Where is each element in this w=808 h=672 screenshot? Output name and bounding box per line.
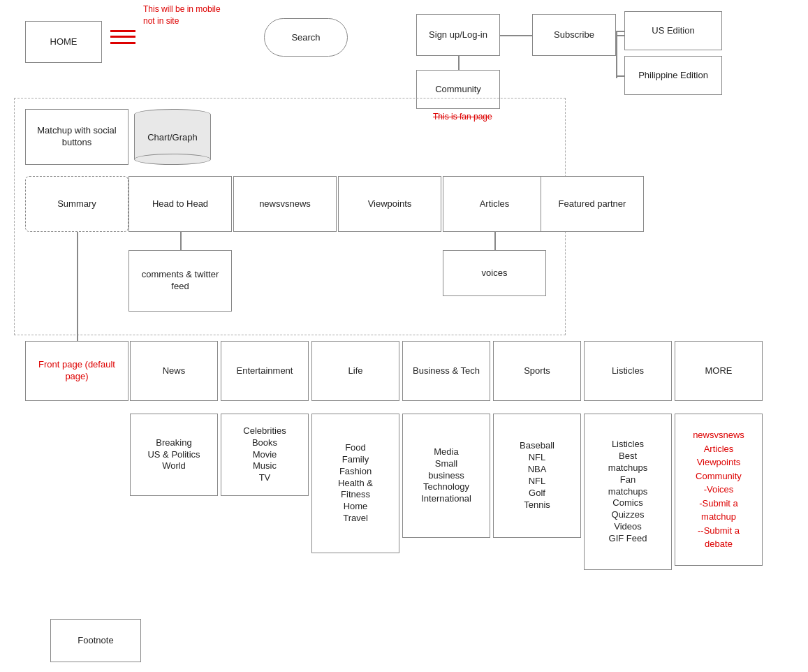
chart-cylinder[interactable]: Chart/Graph [134, 109, 211, 165]
life-box[interactable]: Life [311, 341, 399, 401]
subscribe-box[interactable]: Subscribe [532, 14, 616, 56]
matchup-box[interactable]: Matchup with social buttons [25, 109, 128, 165]
life-sub-box[interactable]: Food Family Fashion Health & Fitness Hom… [311, 414, 399, 553]
celebrities-sub-box[interactable]: Celebrities Books Movie Music TV [221, 414, 309, 496]
search-box[interactable]: Search [264, 18, 348, 57]
articles-box[interactable]: Articles [443, 176, 546, 232]
front-page-box[interactable]: Front page (default page) [25, 341, 128, 401]
business-tech-box[interactable]: Business & Tech [402, 341, 490, 401]
footnote-box: Footnote [50, 619, 141, 662]
sports-sub-box[interactable]: Baseball NFL NBA NFL Golf Tennis [493, 414, 581, 538]
summary-box[interactable]: Summary [25, 176, 128, 232]
home-box[interactable]: HOME [25, 21, 102, 63]
breaking-sub-box[interactable]: Breaking US & Politics World [130, 414, 218, 496]
sports-box[interactable]: Sports [493, 341, 581, 401]
featured-partner-box[interactable]: Featured partner [541, 176, 644, 232]
news-box[interactable]: News [130, 341, 218, 401]
head-to-head-box[interactable]: Head to Head [128, 176, 232, 232]
listicles-box[interactable]: Listicles [584, 341, 672, 401]
more-sub-box[interactable]: newsvsnews Articles Viewpoints Community… [675, 414, 763, 566]
signup-box[interactable]: Sign up/Log-in [416, 14, 500, 56]
comments-box[interactable]: comments & twitter feed [128, 250, 232, 312]
listicles-sub-box[interactable]: Listicles Best matchups Fan matchups Com… [584, 414, 672, 570]
diagram: HOME This will be in mobilenot in site S… [0, 0, 808, 672]
more-box[interactable]: MORE [675, 341, 763, 401]
voices-box[interactable]: voices [443, 250, 546, 296]
philippine-edition-box[interactable]: Philippine Edition [624, 56, 722, 95]
viewpoints-box[interactable]: Viewpoints [338, 176, 441, 232]
newsvsnews-box[interactable]: newsvsnews [233, 176, 337, 232]
media-sub-box[interactable]: Media Small business Technology Internat… [402, 414, 490, 538]
entertainment-box[interactable]: Entertainment [221, 341, 309, 401]
hamburger-icon[interactable] [110, 27, 138, 48]
mobile-note: This will be in mobilenot in site [143, 3, 221, 27]
us-edition-box[interactable]: US Edition [624, 11, 722, 50]
